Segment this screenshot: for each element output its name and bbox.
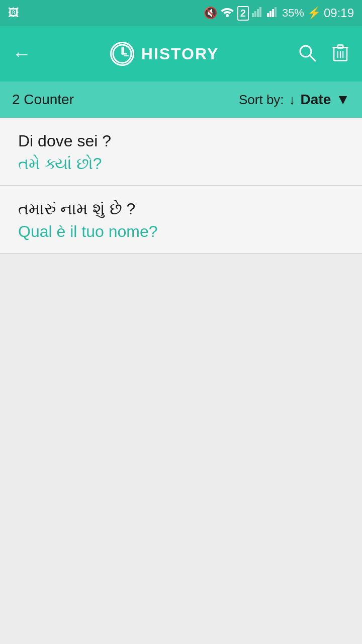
translation-source: Di dove sei ? (18, 132, 344, 150)
svg-rect-8 (275, 7, 277, 17)
mute-icon: 🔇 (204, 7, 217, 20)
svg-rect-6 (269, 11, 272, 17)
sort-by-label: Sort by: (239, 92, 284, 108)
search-button[interactable] (298, 43, 317, 64)
svg-rect-4 (259, 7, 261, 17)
content-area: Di dove sei ? તમે ક્યાં છો? તમારું નામ શ… (0, 118, 362, 644)
counter-label: 2 Counter (12, 92, 74, 108)
svg-line-13 (310, 55, 315, 61)
signal-icon (252, 6, 264, 20)
clock-icon (110, 42, 134, 66)
svg-rect-16 (338, 45, 343, 48)
toolbar-actions (298, 43, 350, 64)
sim2-icon: 2 (237, 6, 249, 21)
list-item[interactable]: તમારું નામ શું છે ? Qual è il tuo nome? (0, 186, 362, 254)
svg-rect-2 (254, 11, 256, 17)
status-left: 🖼 (8, 7, 19, 20)
sort-controls[interactable]: Sort by: ↓ Date ▼ (239, 92, 350, 108)
status-right: 🔇 2 35% ⚡ 09 (204, 6, 354, 21)
sort-dropdown-arrow[interactable]: ▼ (336, 92, 350, 108)
status-bar: 🖼 🔇 2 35% (0, 0, 362, 26)
page-title: HISTORY (141, 45, 219, 63)
translation-source: તમારું નામ શું છે ? (18, 200, 344, 218)
time-display: 09:19 (324, 6, 354, 20)
translation-target: Qual è il tuo nome? (18, 222, 344, 241)
wifi-icon (220, 6, 234, 20)
svg-point-0 (226, 14, 229, 17)
toolbar: ← HISTORY (0, 26, 362, 82)
toolbar-title-group: HISTORY (110, 42, 219, 66)
battery-icon: ⚡ (307, 7, 321, 20)
svg-rect-7 (272, 9, 274, 17)
list-item[interactable]: Di dove sei ? તમે ક્યાં છો? (0, 118, 362, 186)
back-button[interactable]: ← (12, 43, 31, 65)
battery-text: 35% (282, 7, 304, 20)
sort-direction-icon: ↓ (289, 92, 296, 108)
sort-value-label: Date (301, 92, 331, 108)
svg-rect-3 (257, 9, 259, 17)
svg-rect-1 (252, 13, 254, 17)
svg-rect-5 (267, 13, 269, 17)
signal2-icon (267, 6, 279, 20)
sort-bar: 2 Counter Sort by: ↓ Date ▼ (0, 82, 362, 118)
translation-target: તમે ક્યાં છો? (18, 154, 344, 173)
image-icon: 🖼 (8, 7, 19, 20)
delete-button[interactable] (331, 43, 350, 64)
